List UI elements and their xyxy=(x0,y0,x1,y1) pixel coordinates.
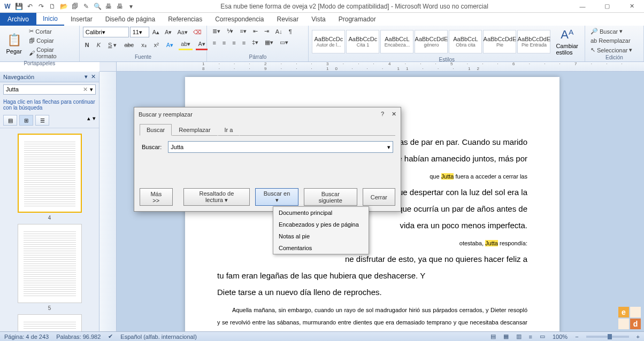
borders-icon[interactable]: ▭▾ xyxy=(278,38,290,47)
nav-prev-icon[interactable]: ▴ xyxy=(87,115,90,126)
nav-dropdown-icon[interactable]: ▾ xyxy=(85,73,88,80)
dialog-tab-replace[interactable]: Reemplazar xyxy=(172,124,217,136)
font-name-combo[interactable]: Calibri ▾ xyxy=(83,27,129,37)
tab-mailings[interactable]: Correspondencia xyxy=(209,13,270,26)
replace-button[interactable]: abReemplazar xyxy=(588,36,633,45)
open-icon[interactable]: 📂 xyxy=(59,2,68,11)
numbering-icon[interactable]: ⅟▾ xyxy=(225,27,235,36)
undo-icon[interactable]: ↶ xyxy=(26,2,34,11)
subscript-button[interactable]: x₂ xyxy=(139,40,149,50)
more-button[interactable]: Más >> xyxy=(140,188,173,206)
font-size-combo[interactable]: 11 ▾ xyxy=(130,27,149,37)
line-spacing-icon[interactable]: ‡▾ xyxy=(250,38,260,47)
nav-search-input[interactable]: Jutta ✕▾ xyxy=(3,84,96,95)
superscript-button[interactable]: x² xyxy=(152,40,161,50)
view-draft-icon[interactable]: ▭ xyxy=(540,333,545,340)
bullets-icon[interactable]: ≣▾ xyxy=(210,27,223,36)
sort-icon[interactable]: A↓ xyxy=(273,27,285,36)
justify-icon[interactable]: ≡ xyxy=(240,38,248,47)
tab-layout[interactable]: Diseño de página xyxy=(99,13,162,26)
status-page[interactable]: Página: 4 de 243 xyxy=(4,334,49,340)
zoom-out-icon[interactable]: − xyxy=(575,334,578,340)
grow-font-icon[interactable]: A▴ xyxy=(150,28,162,37)
select-button[interactable]: ↖Seleccionar ▾ xyxy=(588,45,634,55)
style-card[interactable]: AaBbCcLEncabeza... xyxy=(380,30,413,53)
paste-button[interactable]: 📋Pegar xyxy=(3,32,25,56)
tab-home[interactable]: Inicio xyxy=(36,13,64,26)
text-effects-icon[interactable]: A▾ xyxy=(164,40,175,50)
tab-review[interactable]: Revisar xyxy=(271,13,305,26)
view-outline-icon[interactable]: ≡ xyxy=(529,334,532,340)
indent-inc-icon[interactable]: ⇥ xyxy=(262,27,271,36)
dialog-close-icon[interactable]: ✕ xyxy=(392,111,396,118)
reading-highlight-button[interactable]: Resaltado de lectura ▾ xyxy=(183,188,250,206)
close-button[interactable]: ✕ xyxy=(619,0,644,13)
align-right-icon[interactable]: ≡ xyxy=(230,38,237,47)
status-spell-icon[interactable]: ✔ xyxy=(108,333,113,340)
nav-next-icon[interactable]: ▾ xyxy=(93,115,96,126)
menu-footnotes[interactable]: Notas al pie xyxy=(273,230,369,242)
page-thumbnail-6[interactable] xyxy=(18,314,82,331)
shrink-font-icon[interactable]: A▾ xyxy=(163,28,174,37)
zoom-level[interactable]: 100% xyxy=(553,334,568,340)
save-icon[interactable]: 💾 xyxy=(14,2,23,11)
view-print-icon[interactable]: ▤ xyxy=(490,333,496,340)
find-next-button[interactable]: Buscar siguiente xyxy=(304,188,357,206)
dialog-tab-find[interactable]: Buscar xyxy=(140,124,172,136)
page-thumbnail-5[interactable] xyxy=(18,224,82,303)
tab-view[interactable]: Vista xyxy=(305,13,332,26)
style-card[interactable]: AaBbCcDcCita 1 xyxy=(346,30,379,53)
italic-button[interactable]: K xyxy=(95,40,103,50)
zoom-in-icon[interactable]: + xyxy=(637,334,640,340)
style-card[interactable]: AaBbCcDdEgénero xyxy=(415,30,448,53)
nav-tab-pages[interactable]: ⊞ xyxy=(19,115,33,126)
view-fullscreen-icon[interactable]: ▦ xyxy=(503,333,509,340)
page-thumbnail-4[interactable] xyxy=(18,134,82,213)
preview-icon[interactable]: 🔍 xyxy=(93,2,102,11)
close-dialog-button[interactable]: Cerrar xyxy=(363,188,395,206)
find-button[interactable]: 🔎Buscar ▾ xyxy=(588,27,625,36)
menu-comments[interactable]: Comentarios xyxy=(273,242,369,254)
cut-button[interactable]: ✂Cortar xyxy=(27,27,75,36)
new-icon[interactable]: 🗋 xyxy=(48,2,57,11)
copy-button[interactable]: 🗐Copiar xyxy=(27,36,75,45)
clear-search-icon[interactable]: ✕ xyxy=(83,86,88,93)
menu-main-doc[interactable]: Documento principal xyxy=(273,207,369,219)
minimize-button[interactable]: — xyxy=(570,0,595,13)
horizontal-ruler[interactable]: 1 · · · 2 · · · 3 · · · 4 · · · 5 · · · … xyxy=(117,62,644,71)
indent-dec-icon[interactable]: ⇤ xyxy=(251,27,260,36)
dialog-tab-goto[interactable]: Ir a xyxy=(218,124,240,136)
dialog-help-icon[interactable]: ? xyxy=(381,111,384,118)
status-language[interactable]: Español (alfab. internacional) xyxy=(120,334,196,340)
menu-headers-footers[interactable]: Encabezados y pies de página xyxy=(273,219,369,230)
find-input[interactable]: Jutta▾ xyxy=(168,141,393,153)
search-in-button[interactable]: Buscar en ▾ xyxy=(255,188,298,206)
show-marks-icon[interactable]: ¶ xyxy=(287,27,294,36)
bold-button[interactable]: N xyxy=(83,40,91,50)
redo-icon[interactable]: ↷ xyxy=(37,2,45,11)
qat-icon[interactable]: 🗐 xyxy=(71,2,79,11)
chevron-down-icon[interactable]: ▾ xyxy=(387,144,390,151)
vertical-ruler[interactable] xyxy=(99,72,117,331)
search-dropdown-icon[interactable]: ▾ xyxy=(90,86,93,93)
style-card[interactable]: AaBbCcDdEPie xyxy=(483,30,516,53)
style-card[interactable]: AaBbCcDdEPie Entrada xyxy=(517,30,550,53)
strike-button[interactable]: abc xyxy=(122,40,136,50)
zoom-slider[interactable] xyxy=(586,336,629,338)
align-left-icon[interactable]: ≡ xyxy=(210,38,218,47)
change-styles-button[interactable]: AᴬCambiar estilos xyxy=(553,27,581,57)
status-words[interactable]: Palabras: 96.982 xyxy=(56,334,101,340)
qat-icon[interactable]: 🖶 xyxy=(116,2,124,11)
nav-tab-headings[interactable]: ▤ xyxy=(3,115,17,126)
change-case-icon[interactable]: Aa▾ xyxy=(175,28,189,37)
qat-icon[interactable]: ✎ xyxy=(82,2,90,11)
clear-format-icon[interactable]: ⌫ xyxy=(191,28,204,37)
underline-button[interactable]: S▾ xyxy=(106,40,119,50)
nav-tab-results[interactable]: ☰ xyxy=(35,115,49,126)
format-painter-button[interactable]: 🖌Copiar formato xyxy=(27,45,75,60)
maximize-button[interactable]: ▢ xyxy=(595,0,619,13)
shading-icon[interactable]: ▦▾ xyxy=(263,38,275,47)
tab-file[interactable]: Archivo xyxy=(0,13,36,26)
align-center-icon[interactable]: ≡ xyxy=(220,38,228,47)
font-color-icon[interactable]: A▾ xyxy=(196,40,207,50)
